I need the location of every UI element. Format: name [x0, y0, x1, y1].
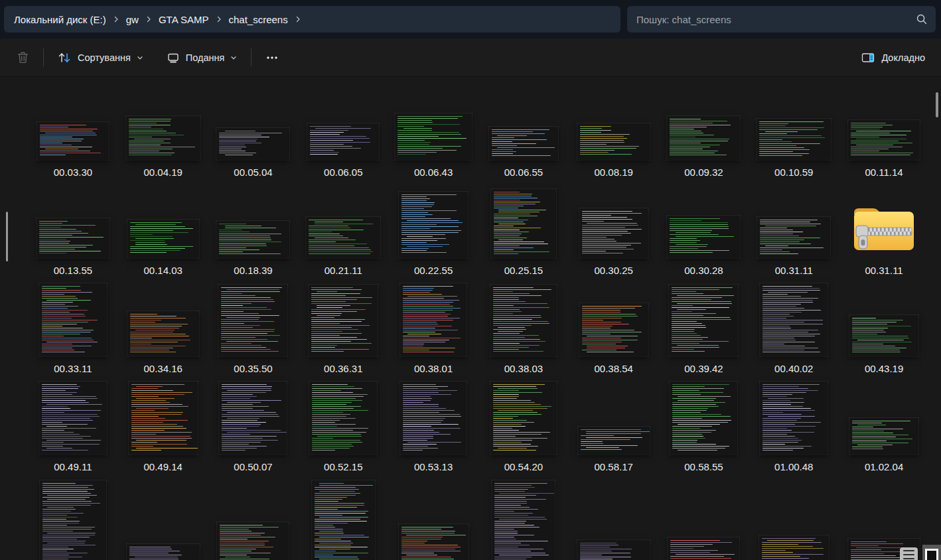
- file-name: 01.02.04: [865, 461, 903, 473]
- search-box[interactable]: [627, 6, 936, 33]
- file-thumbnail: [478, 85, 569, 160]
- file-item[interactable]: 00.30.28: [659, 183, 749, 281]
- details-pane-button[interactable]: Докладно: [854, 46, 932, 70]
- file-thumbnail: [569, 380, 659, 455]
- sort-button[interactable]: Сортування: [50, 46, 151, 70]
- file-item[interactable]: 00.13.55: [28, 183, 118, 281]
- file-name: 00.30.28: [684, 265, 723, 277]
- file-item[interactable]: 00.38.03: [478, 281, 569, 380]
- details-view-button[interactable]: [900, 547, 918, 560]
- delete-button[interactable]: [9, 45, 36, 70]
- file-thumbnail: [569, 183, 659, 258]
- file-item[interactable]: 00.21.11: [298, 183, 388, 281]
- file-thumbnail: [659, 281, 749, 356]
- zip-folder-icon: [851, 202, 917, 254]
- view-button[interactable]: Подання: [160, 46, 245, 70]
- file-thumbnail: [659, 85, 749, 160]
- breadcrumb-item[interactable]: gw: [120, 11, 145, 29]
- file-name: 00.31.11: [775, 265, 813, 277]
- thumbnails-view-button[interactable]: [922, 545, 941, 560]
- file-thumbnail: [388, 183, 478, 258]
- search-input[interactable]: [635, 13, 916, 26]
- file-item[interactable]: 00.58.17: [569, 380, 659, 478]
- file-item[interactable]: 01.00.48: [749, 380, 839, 478]
- file-list-area: 00.03.3000.04.1900.05.0400.06.0500.06.43…: [0, 78, 941, 560]
- file-name: 00.05.04: [234, 167, 272, 178]
- file-item[interactable]: [388, 478, 478, 560]
- file-thumbnail: [569, 478, 659, 560]
- file-item[interactable]: 00.36.31: [298, 281, 388, 380]
- left-scrollbar-thumb[interactable]: [6, 212, 8, 261]
- search-icon[interactable]: [916, 13, 928, 25]
- file-item[interactable]: 00.08.19: [569, 85, 659, 183]
- file-item[interactable]: [569, 478, 659, 560]
- file-item[interactable]: 00.06.05: [298, 85, 388, 183]
- file-item[interactable]: [118, 478, 208, 560]
- file-item[interactable]: 00.58.55: [659, 380, 749, 478]
- breadcrumb-item[interactable]: GTA SAMP: [153, 11, 215, 29]
- file-item[interactable]: 00.50.07: [208, 380, 299, 478]
- file-item[interactable]: [659, 478, 749, 560]
- file-item[interactable]: 00.09.32: [659, 85, 749, 183]
- file-item[interactable]: 00.34.16: [118, 281, 208, 380]
- file-item[interactable]: 00.03.30: [28, 85, 118, 183]
- file-item[interactable]: [478, 478, 569, 560]
- file-name: 00.08.19: [594, 167, 632, 178]
- file-item[interactable]: 00.40.02: [749, 281, 839, 380]
- file-item[interactable]: 00.06.55: [478, 85, 569, 183]
- file-item[interactable]: 00.53.13: [388, 380, 478, 478]
- file-item[interactable]: 00.43.19: [839, 281, 929, 380]
- file-item[interactable]: 00.49.14: [118, 380, 208, 478]
- breadcrumb-chevron-icon: [145, 15, 152, 23]
- file-thumbnail: [298, 380, 388, 455]
- file-item[interactable]: [298, 478, 388, 560]
- breadcrumb-chevron-icon: [113, 15, 119, 23]
- file-item[interactable]: [28, 478, 118, 560]
- file-thumbnail: [388, 281, 478, 356]
- file-name: 00.04.19: [144, 167, 182, 178]
- file-thumbnail: [28, 380, 118, 455]
- file-item[interactable]: 00.33.11: [28, 281, 118, 380]
- file-row: 00.13.5500.14.0300.18.3900.21.1100.22.55…: [28, 183, 941, 281]
- file-item[interactable]: 00.38.54: [569, 281, 659, 380]
- file-thumbnail: [478, 281, 569, 356]
- view-toggle-bar: [900, 545, 941, 560]
- file-item[interactable]: 00.39.42: [659, 281, 749, 380]
- breadcrumb-item[interactable]: chat_screens: [223, 11, 294, 29]
- file-item[interactable]: 00.31.11: [839, 183, 929, 281]
- file-name: 00.53.13: [414, 461, 453, 473]
- file-item[interactable]: 00.22.55: [388, 183, 478, 281]
- file-item[interactable]: [208, 478, 299, 560]
- file-item[interactable]: 00.06.43: [388, 85, 478, 183]
- file-name: 00.49.14: [144, 461, 182, 473]
- file-item[interactable]: 00.14.03: [118, 183, 208, 281]
- file-item[interactable]: 00.10.59: [749, 85, 839, 183]
- right-scrollbar-thumb[interactable]: [936, 92, 938, 117]
- file-name: 00.06.05: [324, 167, 362, 178]
- view-layout-icon: [167, 51, 180, 64]
- file-item[interactable]: 00.11.14: [839, 85, 929, 183]
- file-thumbnail: [839, 380, 929, 455]
- file-item[interactable]: 00.31.11: [749, 183, 839, 281]
- file-item[interactable]: 00.52.15: [298, 380, 388, 478]
- file-thumbnail: [478, 183, 569, 258]
- file-item[interactable]: 00.38.01: [388, 281, 478, 380]
- file-item[interactable]: 00.54.20: [478, 380, 569, 478]
- breadcrumb[interactable]: Локальний диск (E:) gw GTA SAMP chat_scr…: [4, 6, 620, 33]
- file-item[interactable]: [749, 478, 839, 560]
- file-item[interactable]: 00.30.25: [569, 183, 659, 281]
- file-item[interactable]: 00.18.39: [208, 183, 299, 281]
- file-name: 00.09.32: [684, 167, 723, 178]
- file-item[interactable]: 00.05.04: [208, 85, 299, 183]
- file-item[interactable]: 00.35.50: [208, 281, 299, 380]
- trash-icon: [16, 50, 30, 64]
- see-more-button[interactable]: [258, 46, 286, 70]
- file-item[interactable]: 00.25.15: [478, 183, 569, 281]
- file-name: 00.58.55: [684, 461, 723, 473]
- file-item[interactable]: 00.04.19: [118, 85, 208, 183]
- file-thumbnail: [28, 281, 118, 356]
- file-item[interactable]: 00.49.11: [28, 380, 118, 478]
- file-item[interactable]: 01.02.04: [839, 380, 929, 478]
- file-thumbnail: [28, 478, 118, 560]
- breadcrumb-item[interactable]: Локальний диск (E:): [8, 11, 112, 29]
